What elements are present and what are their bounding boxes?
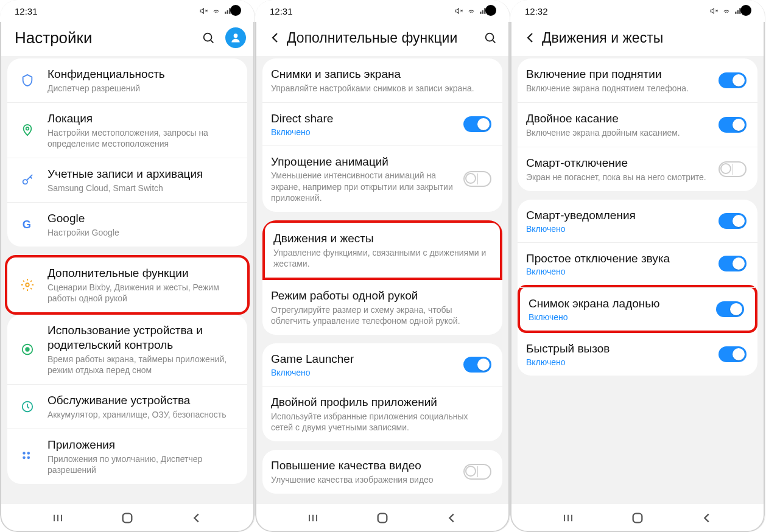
nav-recents[interactable] (40, 509, 76, 527)
toggle-direct-share[interactable] (463, 116, 491, 132)
search-button[interactable] (479, 27, 501, 49)
row-palm-swipe[interactable]: Снимок экрана ладонью Включено (520, 287, 755, 331)
row-reduce-animations[interactable]: Упрощение анимаций Уменьшение интенсивно… (262, 145, 502, 212)
row-privacy[interactable]: Конфиденциальность Диспетчер разрешений (7, 58, 247, 102)
toggle-palm-swipe[interactable] (716, 301, 744, 317)
row-text: Учетные записи и архивация Samsung Cloud… (47, 167, 236, 194)
gear-icon (16, 273, 39, 296)
row-title: Простое отключение звука (526, 251, 712, 266)
toggle-lift-to-wake[interactable] (719, 72, 747, 88)
row-quick-call[interactable]: Быстрый вызов Включено (518, 333, 757, 376)
row-sub: Уменьшение интенсивности анимаций на экр… (271, 170, 457, 203)
nav-home[interactable] (364, 509, 401, 527)
row-advanced-features[interactable]: Дополнительные функции Сценарии Bixby, Д… (7, 257, 247, 312)
nav-home[interactable] (619, 509, 656, 527)
row-title: Режим работы одной рукой (271, 289, 491, 303)
row-text: Использование устройства и родительский … (47, 323, 236, 376)
status-time: 12:31 (15, 6, 38, 16)
row-text: Простое отключение звука Включено (526, 251, 712, 277)
row-apps[interactable]: Приложения Приложения по умолчанию, Дисп… (7, 429, 247, 484)
nav-back[interactable] (434, 509, 470, 527)
row-screenshots[interactable]: Снимки и запись экрана Управляйте настро… (262, 58, 502, 102)
row-sub: Включение экрана поднятием телефона. (526, 83, 712, 94)
row-title: Движения и жесты (273, 231, 489, 246)
row-video-enhancer[interactable]: Повышение качества видео Улучшение качес… (262, 450, 502, 494)
row-title: Приложения (47, 438, 236, 452)
row-accounts[interactable]: Учетные записи и архивация Samsung Cloud… (7, 158, 247, 202)
nav-recents[interactable] (295, 509, 331, 527)
row-status: Включено (526, 357, 712, 367)
toggle-video-enhancer[interactable] (463, 464, 491, 480)
toggle-smart-stay[interactable] (719, 161, 747, 177)
nav-back[interactable] (689, 509, 725, 527)
row-double-tap[interactable]: Двойное касание Включение экрана двойным… (518, 102, 757, 147)
back-button[interactable] (520, 27, 541, 48)
nav-recents[interactable] (550, 509, 586, 527)
recents-icon (51, 513, 65, 523)
search-button[interactable] (197, 27, 219, 49)
row-sub: Сценарии Bixby, Движения и жесты, Режим … (47, 282, 236, 304)
camera-cutout (740, 5, 751, 16)
nav-bar (510, 504, 765, 532)
mute-icon (709, 7, 719, 15)
row-game-launcher[interactable]: Game Launcher Включено (262, 343, 502, 386)
row-sub: Отрегулируйте размер и схему экрана, что… (271, 304, 491, 326)
chevron-left-icon (190, 511, 203, 525)
svg-text:G: G (23, 218, 31, 231)
wifi-icon (721, 7, 732, 15)
row-device-care[interactable]: Обслуживание устройства Аккумулятор, хра… (7, 384, 247, 429)
page-title: Дополнительные функции (286, 30, 479, 46)
svg-point-14 (27, 456, 30, 459)
row-direct-share[interactable]: Direct share Включено (262, 102, 502, 145)
back-button[interactable] (265, 27, 286, 48)
toggle-easy-mute[interactable] (719, 256, 747, 271)
row-title: Двойной профиль приложений (271, 395, 491, 410)
row-lift-to-wake[interactable]: Включение при поднятии Включение экрана … (518, 58, 757, 102)
row-text: Локация Настройки местоположения, запрос… (47, 111, 236, 149)
row-sub: Используйте избранные приложения социаль… (271, 411, 491, 433)
row-location[interactable]: Локация Настройки местоположения, запрос… (7, 102, 247, 158)
toggle-game-launcher[interactable] (463, 357, 491, 373)
row-smart-stay[interactable]: Смарт-отключение Экран не погаснет, пока… (518, 147, 757, 191)
care-icon (16, 395, 39, 418)
svg-point-2 (204, 33, 212, 41)
row-easy-mute[interactable]: Простое отключение звука Включено (518, 242, 757, 285)
search-icon (202, 31, 215, 44)
svg-point-12 (27, 452, 30, 455)
svg-point-7 (26, 283, 29, 287)
row-dual-messenger[interactable]: Двойной профиль приложений Используйте и… (262, 386, 502, 441)
toggle-reduce-animations[interactable] (463, 171, 491, 187)
row-sub: Управляйте настройками снимков и записи … (271, 83, 491, 94)
status-bar: 12:31 (0, 0, 255, 22)
row-text: Движения и жесты Управление функциями, с… (273, 231, 489, 269)
row-wellbeing[interactable]: Использование устройства и родительский … (7, 315, 247, 384)
svg-point-13 (23, 456, 26, 459)
row-title: Учетные записи и архивация (47, 167, 236, 181)
google-icon: G (16, 213, 39, 236)
wellbeing-icon (16, 338, 39, 361)
profile-avatar[interactable] (225, 27, 246, 48)
row-text: Конфиденциальность Диспетчер разрешений (47, 67, 236, 94)
row-one-handed[interactable]: Режим работы одной рукой Отрегулируйте р… (262, 280, 502, 335)
adv-card-1: Движения и жесты Управление функциями, с… (262, 220, 502, 335)
pin-icon (16, 119, 39, 142)
header: Движения и жесты (510, 22, 765, 56)
row-google[interactable]: G Google Настройки Google (7, 202, 247, 247)
svg-point-18 (486, 33, 494, 41)
nav-home[interactable] (109, 509, 146, 527)
toggle-double-tap[interactable] (719, 117, 747, 133)
toggle-smart-alert[interactable] (719, 213, 747, 229)
svg-rect-22 (633, 514, 642, 523)
toggle-quick-call[interactable] (719, 346, 747, 362)
chevron-left-icon (700, 511, 714, 525)
home-icon (121, 511, 134, 525)
row-smart-alert[interactable]: Смарт-уведомления Включено (518, 200, 757, 242)
adv-card-2: Game Launcher Включено Двойной профиль п… (262, 343, 502, 441)
row-status: Включено (526, 224, 712, 234)
status-time: 12:32 (525, 6, 548, 16)
row-sub: Экран не погаснет, пока вы на него смотр… (526, 172, 712, 183)
row-text: Упрощение анимаций Уменьшение интенсивно… (271, 155, 457, 203)
nav-back[interactable] (178, 509, 215, 527)
row-title: Снимки и запись экрана (271, 67, 491, 82)
row-motions-gestures[interactable]: Движения и жесты Управление функциями, с… (265, 223, 500, 278)
